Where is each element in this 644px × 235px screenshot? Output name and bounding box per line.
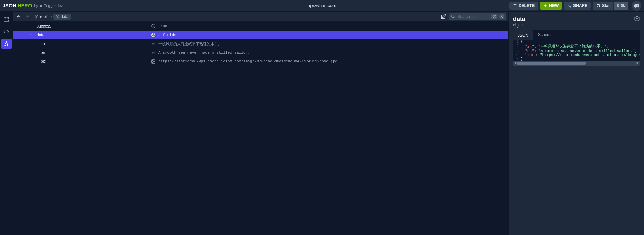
code-text: "https://staticedu-wps.cache.iciba.com/i… — [540, 53, 640, 57]
quote-icon — [151, 41, 158, 46]
cube-icon — [55, 15, 59, 19]
trash-icon — [513, 4, 517, 8]
columns-icon — [3, 16, 9, 22]
tree-icon — [3, 41, 9, 47]
code-viewer[interactable]: 1{ 2 "zh": "一帆风顺的大海造就不了熟练的水手。", 3 "en": … — [513, 40, 640, 66]
discord-icon — [634, 3, 639, 8]
svg-rect-5 — [4, 20, 9, 21]
arrow-right-icon — [25, 14, 30, 19]
delete-button[interactable]: DELETE — [509, 2, 538, 10]
right-panel: data object JSON Schema 1{ 2 "zh": "一帆风顺… — [508, 12, 644, 235]
svg-point-6 — [6, 41, 6, 41]
chevron-down-icon — [27, 33, 31, 37]
collapse-toggle[interactable] — [13, 33, 34, 37]
back-button[interactable] — [15, 13, 22, 20]
discord-button[interactable] — [632, 1, 641, 11]
svg-point-12 — [152, 60, 153, 61]
cube-icon — [151, 33, 158, 37]
search-box[interactable]: ⌘ K — [449, 13, 506, 20]
line-num: 1 — [513, 40, 521, 44]
row-zh[interactable]: zh 一帆风顺的大海造就不了熟练的水手。 — [13, 39, 508, 48]
star-count-label: 9.6k — [617, 3, 625, 8]
key-data: data — [34, 33, 151, 37]
star-button[interactable]: Star — [593, 2, 613, 10]
sidebar — [0, 12, 13, 235]
view-code-button[interactable] — [1, 26, 12, 37]
panel-title: data — [513, 16, 525, 23]
code-text: , — [635, 49, 637, 53]
topbar-actions: DELETE NEW SHARE Star 9.6k — [509, 1, 641, 11]
github-group: Star 9.6k — [593, 2, 628, 10]
svg-point-9 — [451, 15, 454, 18]
code-text: "en" — [525, 49, 534, 53]
key-zh: zh — [34, 41, 151, 46]
code-icon — [3, 29, 9, 35]
view-columns-button[interactable] — [1, 14, 12, 24]
view-tree-button[interactable] — [1, 39, 12, 49]
svg-point-1 — [568, 5, 569, 6]
svg-point-10 — [152, 24, 155, 28]
new-label: NEW — [549, 3, 559, 8]
crumb-data-label: data — [61, 14, 68, 19]
line-num: 5 — [513, 57, 521, 61]
scroll-thumb[interactable] — [517, 62, 586, 65]
code-text: : — [536, 53, 540, 57]
new-button[interactable]: NEW — [540, 2, 562, 10]
code-text: "zh" — [525, 44, 534, 49]
horizontal-scrollbar[interactable]: ◄ ► — [513, 61, 640, 65]
code-text: , — [606, 44, 609, 49]
code-text: "A smooth sea never made a skilled sailo… — [539, 49, 635, 53]
trigger-text: Trigger.dev — [44, 4, 63, 8]
topbar: JSON HERO by Trigger.dev api.vvhan.com D… — [0, 0, 644, 12]
scroll-left-icon[interactable]: ◄ — [514, 61, 517, 65]
crumb-data[interactable]: data — [53, 14, 71, 20]
svg-point-0 — [570, 4, 571, 5]
kbd-k: K — [499, 14, 504, 19]
key-pic: pic — [34, 59, 151, 64]
key-en: en — [34, 50, 151, 55]
crumb-root-label: root — [40, 14, 47, 19]
val-en: A smooth sea never made a skilled sailor… — [158, 51, 508, 55]
panel-type: object — [513, 23, 525, 28]
cube-icon — [634, 16, 640, 22]
share-button[interactable]: SHARE — [564, 2, 591, 10]
logo-hero: HERO — [18, 3, 32, 8]
code-text: "一帆风顺的大海造就不了熟练的水手。" — [539, 44, 606, 49]
logo[interactable]: JSON HERO — [3, 3, 32, 8]
edit-button[interactable] — [441, 14, 446, 19]
row-pic[interactable]: pic https://staticedu-wps.cache.iciba.co… — [13, 57, 508, 66]
star-count[interactable]: 9.6k — [614, 2, 628, 10]
panel-tabs: JSON Schema — [513, 30, 640, 40]
search-input[interactable] — [457, 14, 489, 19]
star-label: Star — [602, 3, 610, 8]
line-num: 3 — [513, 49, 521, 53]
tab-json[interactable]: JSON — [513, 30, 533, 40]
edit-icon — [441, 14, 446, 19]
chevron-right-icon: › — [51, 14, 52, 19]
logo-json: JSON — [3, 3, 16, 8]
forward-button[interactable] — [24, 13, 31, 20]
by-text: by — [34, 4, 38, 8]
key-success: success — [34, 24, 151, 29]
tabbar: root › data ⌘ K — [13, 12, 508, 22]
row-success[interactable]: success true — [13, 22, 508, 31]
plus-icon — [543, 4, 547, 8]
svg-point-2 — [570, 6, 571, 7]
by-line[interactable]: by Trigger.dev — [34, 4, 63, 8]
search-icon — [451, 14, 455, 19]
row-en[interactable]: en A smooth sea never made a skilled sai… — [13, 48, 508, 57]
row-data[interactable]: data 3 fields — [13, 31, 508, 39]
expand-button[interactable] — [634, 16, 640, 22]
code-text: : — [534, 44, 539, 49]
arrow-left-icon — [16, 14, 21, 19]
scroll-right-icon[interactable]: ► — [636, 61, 639, 65]
svg-point-8 — [7, 45, 8, 46]
line-num: 2 — [513, 44, 521, 49]
val-zh: 一帆风顺的大海造就不了熟练的水手。 — [158, 41, 508, 47]
tab-schema[interactable]: Schema — [533, 30, 558, 40]
crumb-root[interactable]: root — [33, 14, 49, 20]
json-rows: success true data 3 fields zh 一帆风顺的大海造就不… — [13, 22, 508, 235]
val-success: true — [158, 24, 508, 28]
val-data: 3 fields — [158, 33, 508, 37]
cube-icon — [35, 15, 39, 19]
